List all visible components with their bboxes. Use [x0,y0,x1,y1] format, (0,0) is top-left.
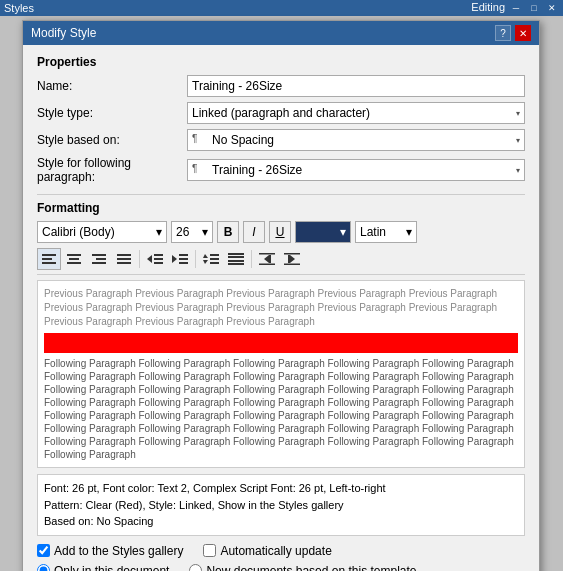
style-based-value: ¶ No Spacing ▾ [187,129,525,151]
style-follow-inner: ¶ Training - 26Size [192,163,302,177]
svg-rect-6 [92,254,106,256]
bold-button[interactable]: B [217,221,239,243]
name-input[interactable] [187,75,525,97]
style-info-line2: Pattern: Clear (Red), Style: Linked, Sho… [44,497,518,514]
indent-right-icon [172,253,188,265]
add-to-gallery-text: Add to the Styles gallery [54,544,183,558]
minimize-button[interactable]: ─ [509,1,523,15]
style-type-row: Style type: Linked (paragraph and charac… [37,102,525,124]
svg-rect-11 [117,262,131,264]
svg-rect-22 [210,254,219,256]
name-value [187,75,525,97]
font-size-select[interactable]: 26 ▾ [171,221,213,243]
svg-marker-21 [203,260,208,264]
style-type-text: Linked (paragraph and character) [192,106,370,120]
font-name-select[interactable]: Calibri (Body) ▾ [37,221,167,243]
svg-rect-34 [288,255,290,263]
font-row: Calibri (Body) ▾ 26 ▾ B I U ▾ Latin [37,221,525,243]
svg-rect-2 [42,262,56,264]
title-bar-left: Styles [4,2,34,14]
alignment-toolbar [37,248,525,275]
options-row: Add to the Styles gallery Automatically … [37,544,525,558]
style-info-line3: Based on: No Spacing [44,513,518,530]
underline-button[interactable]: U [269,221,291,243]
new-docs-label[interactable]: New documents based on this template [189,564,416,572]
only-in-doc-text: Only in this document [54,564,169,572]
add-to-gallery-label[interactable]: Add to the Styles gallery [37,544,183,558]
svg-rect-5 [67,262,81,264]
ltr-button[interactable] [280,248,304,270]
auto-update-text: Automatically update [220,544,331,558]
align-justify-button[interactable] [112,248,136,270]
style-follow-para-icon: ¶ [192,163,208,177]
align-right-button[interactable] [87,248,111,270]
svg-rect-0 [42,254,56,256]
properties-divider [37,194,525,195]
para-spacing-icon [228,252,244,266]
indent-right-button[interactable] [168,248,192,270]
indent-left-button[interactable] [143,248,167,270]
modify-style-dialog: Modify Style ? ✕ Properties Name: Style … [22,20,540,571]
style-based-label: Style based on: [37,133,187,147]
ltr-icon [284,252,300,266]
title-bar-right: Editing ─ □ ✕ [471,1,559,15]
style-follow-arrow: ▾ [516,166,520,175]
maximize-button[interactable]: □ [527,1,541,15]
only-in-doc-label[interactable]: Only in this document [37,564,169,572]
italic-button[interactable]: I [243,221,265,243]
style-type-value: Linked (paragraph and character) ▾ [187,102,525,124]
auto-update-checkbox[interactable] [203,544,216,557]
svg-rect-36 [284,264,300,266]
dialog-help-button[interactable]: ? [495,25,511,41]
indent-left-icon [147,253,163,265]
add-to-gallery-checkbox[interactable] [37,544,50,557]
align-center-button[interactable] [62,248,86,270]
svg-rect-31 [259,253,275,255]
color-indicator [300,226,332,238]
style-follow-value: ¶ Training - 26Size ▾ [187,159,525,181]
properties-section: Properties Name: Style type: Linked (par… [37,55,525,184]
dialog-close-button[interactable]: ✕ [515,25,531,41]
style-based-select[interactable]: ¶ No Spacing ▾ [187,129,525,151]
underline-label: U [276,225,285,239]
title-bar: Styles Editing ─ □ ✕ [0,0,563,16]
language-select[interactable]: Latin ▾ [355,221,417,243]
mode-label: Editing [471,1,505,15]
svg-marker-33 [290,255,295,263]
name-row: Name: [37,75,525,97]
only-in-doc-radio[interactable] [37,564,50,571]
align-left-icon [42,253,56,265]
name-label: Name: [37,79,187,93]
formatting-section: Formatting Calibri (Body) ▾ 26 ▾ B I U [37,201,525,468]
formatting-header: Formatting [37,201,525,215]
line-spacing-icon [203,252,219,266]
svg-rect-19 [179,262,188,264]
style-follow-select[interactable]: ¶ Training - 26Size ▾ [187,159,525,181]
preview-styled-label: Transportation Expenses [48,335,215,351]
svg-rect-10 [117,258,131,260]
font-color-select[interactable]: ▾ [295,221,351,243]
style-type-label: Style type: [37,106,187,120]
svg-rect-30 [269,255,271,263]
style-based-para-icon: ¶ [192,133,208,147]
svg-marker-29 [264,255,269,263]
new-docs-radio[interactable] [189,564,202,571]
radio-row: Only in this document New documents base… [37,564,525,572]
svg-rect-7 [96,258,106,260]
font-name-arrow: ▾ [156,225,162,239]
svg-rect-24 [210,262,219,264]
auto-update-label[interactable]: Automatically update [203,544,331,558]
svg-rect-13 [154,254,163,256]
align-left-button[interactable] [37,248,61,270]
style-type-select[interactable]: Linked (paragraph and character) ▾ [187,102,525,124]
align-separator-2 [195,250,196,268]
close-button[interactable]: ✕ [545,1,559,15]
svg-rect-4 [69,258,79,260]
para-spacing-button[interactable] [224,248,248,270]
rtl-icon [259,252,275,266]
svg-rect-27 [228,260,244,262]
new-docs-text: New documents based on this template [206,564,416,572]
line-spacing-button[interactable] [199,248,223,270]
rtl-button[interactable] [255,248,279,270]
align-center-icon [67,253,81,265]
